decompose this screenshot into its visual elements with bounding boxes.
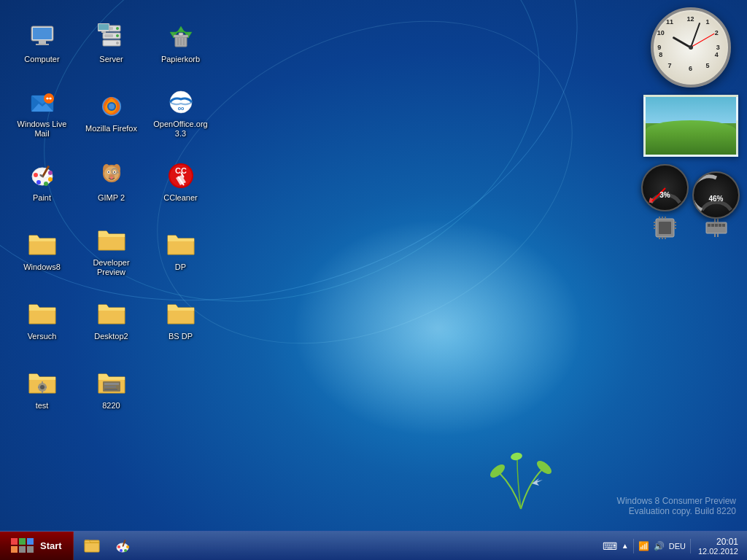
svg-rect-93: [715, 224, 718, 227]
system-tray: ⌨ ▲ 📶 🔊 DEU 20:01 12.02.2012: [597, 532, 747, 560]
svg-rect-78: [654, 222, 656, 223]
svg-rect-94: [719, 224, 721, 227]
icon-openoffice[interactable]: oo OpenOffice.org 3.3: [150, 80, 212, 146]
svg-rect-77: [659, 222, 671, 234]
svg-rect-84: [659, 217, 660, 219]
icon-windows8[interactable]: Windows8: [11, 219, 73, 284]
icon-paint[interactable]: Paint: [11, 149, 73, 215]
svg-point-106: [126, 545, 129, 548]
svg-rect-99: [717, 233, 719, 237]
svg-rect-100: [85, 540, 99, 552]
svg-rect-4: [33, 28, 52, 39]
icon-dp[interactable]: DP: [150, 219, 212, 284]
clock-widget[interactable]: 12 3 6 9 1 11 2 4 5 7 8 10: [651, 7, 731, 88]
svg-rect-82: [674, 225, 676, 226]
icon-desktop2-label: Desktop2: [94, 332, 128, 341]
svg-point-44: [48, 177, 53, 182]
icon-bs-dp-label: BS DP: [169, 332, 193, 341]
svg-rect-88: [662, 237, 663, 239]
svg-point-104: [120, 549, 123, 552]
icon-versuch-label: Versuch: [28, 332, 57, 341]
svg-rect-89: [665, 237, 666, 239]
tray-divider-2: [690, 539, 691, 553]
icon-test-label: test: [36, 401, 49, 411]
svg-rect-16: [98, 24, 109, 30]
icon-openoffice-label: OpenOffice.org 3.3: [153, 120, 208, 139]
icon-windows-live-mail-label: Windows Live Mail: [15, 120, 69, 139]
cpu-value: 3%: [659, 191, 670, 199]
icon-gimp[interactable]: GIMP 2: [80, 149, 142, 215]
svg-rect-81: [674, 222, 676, 223]
icon-ccleaner-label: CCleaner: [163, 193, 197, 203]
icon-8220[interactable]: 8220: [80, 357, 142, 423]
svg-point-1: [535, 459, 554, 477]
svg-rect-26: [179, 33, 183, 36]
icon-papierkorb[interactable]: Papierkorb: [150, 11, 212, 77]
icon-windows-live-mail[interactable]: Windows Live Mail: [11, 80, 73, 146]
icon-ccleaner[interactable]: CC CCleaner: [150, 149, 212, 215]
svg-point-66: [40, 385, 44, 389]
svg-rect-73: [104, 386, 116, 388]
taskbar-item-paint[interactable]: [108, 533, 137, 559]
icon-versuch[interactable]: Versuch: [11, 288, 73, 354]
photo-widget[interactable]: [643, 95, 738, 157]
gauges-widget[interactable]: 3%: [641, 164, 740, 244]
icon-bs-dp[interactable]: BS DP: [150, 288, 212, 354]
clock-center-dot: [689, 45, 693, 50]
icon-test[interactable]: test: [11, 357, 73, 423]
svg-rect-6: [36, 44, 49, 45]
tray-volume-icon[interactable]: 🔊: [654, 541, 665, 551]
svg-point-11: [116, 34, 119, 37]
icon-mozilla-firefox[interactable]: Mozilla Firefox: [80, 80, 142, 146]
tray-keyboard-icon[interactable]: ⌨: [603, 540, 617, 552]
svg-point-0: [488, 462, 507, 481]
icon-developer-preview[interactable]: Developer Preview: [80, 219, 142, 284]
icon-server-label: Server: [99, 55, 123, 64]
memory-icon: [705, 219, 727, 237]
svg-rect-85: [662, 217, 663, 219]
svg-rect-95: [722, 224, 725, 227]
icon-computer[interactable]: Computer: [11, 11, 73, 77]
svg-rect-68: [42, 391, 43, 393]
svg-rect-14: [104, 34, 113, 37]
watermark-line2: Evaluation copy. Build 8220: [617, 506, 736, 516]
taskbar-items: [74, 532, 141, 560]
svg-rect-79: [654, 225, 656, 226]
svg-rect-96: [714, 219, 716, 222]
start-button[interactable]: Start: [0, 532, 74, 561]
tray-time: 20:01: [716, 537, 738, 547]
icon-papierkorb-label: Papierkorb: [161, 55, 200, 64]
cpu-gauge: 3%: [641, 164, 689, 211]
icon-gimp-label: GIMP 2: [98, 193, 125, 203]
svg-rect-98: [714, 233, 716, 237]
svg-rect-5: [39, 41, 46, 44]
svg-point-12: [116, 42, 119, 44]
icons-area: Computer Server: [7, 7, 219, 427]
svg-point-42: [36, 180, 41, 184]
svg-point-2: [510, 452, 522, 462]
svg-point-45: [48, 171, 53, 175]
svg-rect-67: [42, 381, 43, 384]
cpu-icon: [649, 211, 681, 244]
svg-rect-91: [708, 224, 711, 227]
svg-point-57: [110, 177, 112, 179]
svg-point-10: [116, 27, 119, 30]
widgets-area: 12 3 6 9 1 11 2 4 5 7 8 10: [641, 7, 740, 244]
tray-clock[interactable]: 20:01 12.02.2012: [695, 537, 741, 556]
tray-date: 12.02.2012: [698, 547, 738, 556]
taskbar-item-explorer[interactable]: [77, 533, 107, 559]
svg-rect-86: [665, 217, 666, 219]
plant-decoration: [477, 429, 565, 516]
icon-8220-label: 8220: [102, 401, 120, 411]
svg-rect-101: [85, 542, 99, 543]
start-tiles: [11, 538, 34, 553]
desktop: Computer Server: [0, 0, 747, 560]
icon-desktop2[interactable]: Desktop2: [80, 288, 142, 354]
tray-show-hidden-icon[interactable]: ▲: [622, 542, 629, 550]
icon-server[interactable]: Server: [80, 11, 142, 77]
svg-point-103: [117, 545, 120, 548]
tray-network-icon[interactable]: 📶: [638, 541, 649, 551]
svg-rect-92: [711, 224, 714, 227]
svg-rect-74: [104, 389, 117, 390]
tray-language[interactable]: DEU: [669, 542, 686, 551]
